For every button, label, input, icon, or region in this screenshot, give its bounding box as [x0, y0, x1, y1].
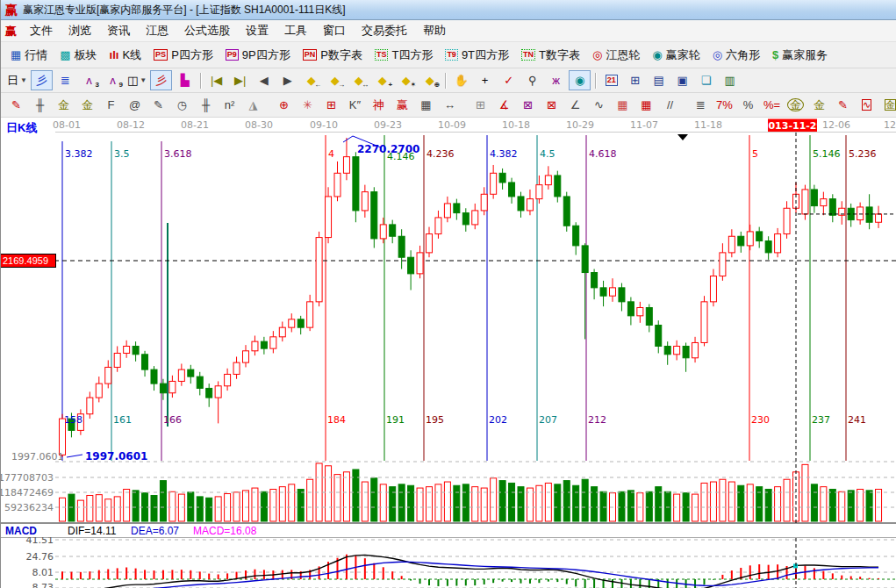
- volume-distribution-button[interactable]: ▙: [174, 70, 196, 90]
- gold-ratio-b-button[interactable]: 金: [76, 95, 98, 115]
- star-grid-button[interactable]: ✳: [297, 95, 319, 115]
- zoom-in-x-button[interactable]: ◆→: [324, 70, 346, 90]
- menu-item-3[interactable]: 江恩: [146, 23, 168, 39]
- volume-bar: [802, 464, 808, 521]
- web-link-button[interactable]: ❏: [695, 70, 717, 90]
- search-tool-button[interactable]: ⚲: [521, 70, 543, 90]
- k-note-button[interactable]: K″: [344, 95, 366, 115]
- smart-wheel-button[interactable]: ◉: [569, 70, 591, 90]
- span-arrows-button[interactable]: ↔: [439, 95, 461, 115]
- zoom-star-button[interactable]: ◆✶: [395, 70, 417, 90]
- angle-lines-button[interactable]: ∠: [564, 95, 586, 115]
- next-bar-button[interactable]: ▶: [276, 70, 298, 90]
- spiral-button[interactable]: @: [124, 95, 146, 115]
- erase-overlay-button[interactable]: 彡: [150, 70, 172, 90]
- candle-body: [775, 234, 781, 253]
- tick-ruler-2-button[interactable]: ╫: [195, 95, 217, 115]
- p-number-button[interactable]: PNP数字表: [297, 46, 369, 65]
- set-square-button[interactable]: ◮: [242, 95, 264, 115]
- calculator-button[interactable]: ⊞: [624, 70, 646, 90]
- quotes-button[interactable]: ▦行情: [4, 46, 54, 65]
- last-screen-button[interactable]: ▶|: [229, 70, 251, 90]
- candle-style-dropdown-button[interactable]: ◫▼: [125, 70, 148, 90]
- sectors-button[interactable]: ▩板块: [54, 46, 103, 65]
- annotate-tool-button[interactable]: ✓: [498, 70, 520, 90]
- wave-box-button[interactable]: ∿: [856, 95, 878, 115]
- menu-item-8[interactable]: 交易委托: [362, 23, 407, 39]
- gold-circle-button[interactable]: 金: [785, 95, 806, 115]
- volume-bar: [674, 494, 680, 521]
- level-bars-button[interactable]: ≣: [690, 95, 712, 115]
- percent-levels-button[interactable]: %=: [761, 95, 783, 115]
- calendar-button[interactable]: 21: [600, 70, 622, 90]
- candle-body: [674, 346, 680, 354]
- percent-button[interactable]: %: [737, 95, 759, 115]
- fan-box-b-button[interactable]: ⊠: [541, 95, 563, 115]
- n-squared-button[interactable]: n²: [219, 95, 240, 115]
- t-square-button[interactable]: TST四方形: [369, 46, 439, 65]
- wave-3-button[interactable]: ʌ3: [78, 70, 100, 90]
- gold-ratio-a-button[interactable]: 金: [53, 95, 75, 115]
- notes-button[interactable]: ▤: [648, 70, 670, 90]
- ying-grid-button[interactable]: 赢: [391, 95, 413, 115]
- kline-chart-svg[interactable]: 08-0108-1208-2108-3009-1009-2310-0910-18…: [1, 118, 896, 588]
- sectors-label: 板块: [75, 47, 97, 63]
- volume-bar: [509, 483, 515, 521]
- candle-body: [279, 327, 285, 337]
- time-cycle-button[interactable]: ◷: [171, 95, 193, 115]
- remote-pc-button[interactable]: ▥: [719, 70, 741, 90]
- square-grid-button[interactable]: ⊞: [320, 95, 342, 115]
- gold-levels-button[interactable]: 金: [808, 95, 830, 115]
- crosshair-tool-button[interactable]: +: [474, 70, 496, 90]
- menu-item-4[interactable]: 公式选股: [184, 23, 230, 39]
- pencil-ruler-button[interactable]: ✎: [147, 95, 169, 115]
- percent-retrace-button[interactable]: 7%: [713, 95, 735, 115]
- hexagon-button[interactable]: ◎六角形: [706, 46, 766, 65]
- gann-top-label: 5.236: [849, 148, 877, 160]
- t-number-button[interactable]: TNT数字表: [515, 46, 586, 65]
- menu-item-2[interactable]: 资讯: [107, 23, 130, 39]
- chart-canvas[interactable]: 08-0108-1208-2108-3009-1009-2310-0910-18…: [1, 118, 896, 588]
- zigzag-button[interactable]: ∿: [588, 95, 610, 115]
- grid-red-button[interactable]: ▦: [612, 95, 634, 115]
- 9t-square-button[interactable]: T99T四方形: [439, 46, 515, 65]
- save-button[interactable]: ▣: [671, 70, 693, 90]
- winner-service-button[interactable]: $赢家服务: [766, 46, 834, 65]
- draw-overlay-toggle-button[interactable]: 彡: [31, 70, 53, 90]
- gann-gallery-button[interactable]: ж: [545, 70, 567, 90]
- prev-bar-button[interactable]: ◀: [253, 70, 275, 90]
- shen-grid-button[interactable]: 神: [368, 95, 390, 115]
- fit-x-button[interactable]: ◆↔: [348, 70, 369, 90]
- period-day-dropdown-button[interactable]: 日▼: [5, 70, 29, 90]
- zoom-out-x-button[interactable]: ◆←: [300, 70, 322, 90]
- menu-item-6[interactable]: 工具: [284, 23, 307, 39]
- 9p-square-button[interactable]: P99P四方形: [219, 46, 297, 65]
- fan-box-a-button[interactable]: ⊠: [517, 95, 539, 115]
- info-panel-button[interactable]: ≣: [54, 70, 76, 90]
- flag-pencil-button[interactable]: ✎: [832, 95, 854, 115]
- menu-item-9[interactable]: 帮助: [423, 23, 446, 39]
- first-screen-button[interactable]: |◀: [205, 70, 227, 90]
- grid-123-button[interactable]: ▦: [415, 95, 437, 115]
- gold-box-button[interactable]: 金: [879, 95, 896, 115]
- zoom-plus-button[interactable]: ◆+: [371, 70, 393, 90]
- gann-fan-button[interactable]: ∡: [493, 95, 515, 115]
- wave-9-button[interactable]: ʌ9: [102, 70, 124, 90]
- winner-wheel-button[interactable]: ◉赢家轮: [646, 46, 706, 65]
- menu-item-7[interactable]: 窗口: [323, 23, 346, 39]
- grid-axis-button[interactable]: ▦: [635, 95, 657, 115]
- hand-tool-button[interactable]: ✋: [450, 70, 472, 90]
- fibonacci-f-button[interactable]: F: [100, 95, 122, 115]
- menu-item-5[interactable]: 设置: [246, 23, 269, 39]
- kline-button[interactable]: ılıK线: [104, 46, 148, 65]
- box-frame-button[interactable]: ⊞: [470, 95, 491, 115]
- menu-item-0[interactable]: 文件: [30, 23, 53, 39]
- p-square-button[interactable]: PSP四方形: [147, 46, 219, 65]
- gann-wheel-button[interactable]: ◎江恩轮: [586, 46, 646, 65]
- circle-cross-button[interactable]: ⊕: [273, 95, 295, 115]
- parallel-button[interactable]: //: [659, 95, 681, 115]
- zoom-full-button[interactable]: ◆⊕: [419, 70, 441, 90]
- tick-ruler-button[interactable]: ╫: [29, 95, 51, 115]
- menu-item-1[interactable]: 浏览: [68, 23, 91, 39]
- pencil-button[interactable]: ✎: [5, 95, 27, 115]
